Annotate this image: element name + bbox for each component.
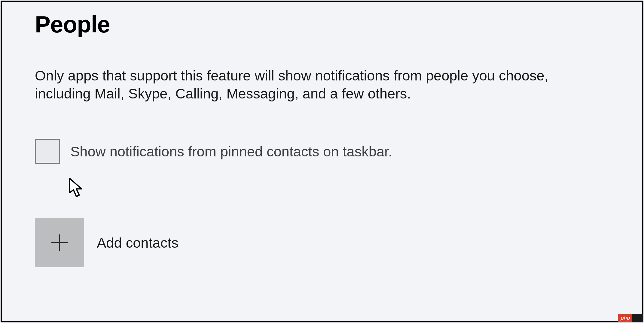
page-title: People (35, 11, 609, 38)
show-notifications-checkbox[interactable] (35, 139, 60, 164)
watermark-badge: php (618, 314, 643, 322)
add-contacts-button[interactable] (35, 218, 84, 267)
people-settings-panel: People Only apps that support this featu… (1, 1, 643, 322)
watermark-right (632, 314, 643, 322)
show-notifications-label[interactable]: Show notifications from pinned contacts … (70, 143, 392, 160)
add-contacts-row: Add contacts (35, 218, 609, 267)
plus-icon (50, 233, 69, 252)
feature-description: Only apps that support this feature will… (35, 67, 594, 103)
show-notifications-row: Show notifications from pinned contacts … (35, 139, 609, 164)
watermark-text: php (618, 314, 632, 322)
cursor-icon (69, 177, 84, 198)
add-contacts-label[interactable]: Add contacts (97, 234, 179, 251)
